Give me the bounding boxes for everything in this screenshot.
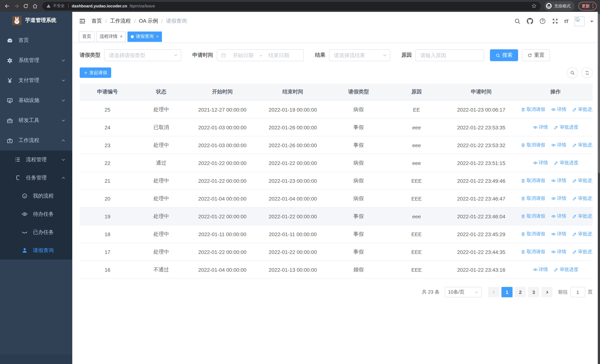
page-size-select[interactable]: 10条/页	[445, 287, 482, 297]
breadcrumb-item[interactable]: OA 示例	[139, 18, 158, 24]
show-search-button[interactable]	[567, 67, 578, 78]
prev-page-button[interactable]	[488, 287, 499, 297]
sidebar-fold-icon[interactable]	[79, 18, 86, 24]
sidebar-item-task-mgmt[interactable]: 任务管理	[0, 169, 72, 187]
detail-link[interactable]: 详情	[533, 266, 548, 273]
leave-type-input[interactable]	[109, 52, 171, 58]
reason-input[interactable]	[420, 52, 479, 58]
approval-progress-link[interactable]: 审批进度	[572, 142, 593, 148]
help-icon[interactable]	[539, 18, 546, 24]
cancel-leave-link[interactable]: 取消请假	[521, 231, 545, 237]
sidebar-item-payment[interactable]: 支付管理	[0, 70, 72, 90]
detail-link[interactable]: 详情	[551, 142, 566, 148]
address-bar[interactable]: 不安全 dashboard.yudao.iocoder.cn/bpm/oa/le…	[42, 2, 541, 10]
breadcrumb-item[interactable]: 首页	[92, 18, 102, 24]
table-row[interactable]: 17 处理中 2022-01-22 00:00:00 2022-01-22 00…	[80, 243, 593, 261]
app-logo[interactable]: 芋道管理系统	[0, 12, 72, 29]
search-icon[interactable]	[514, 18, 521, 24]
browser-reload-icon[interactable]	[22, 2, 29, 10]
approval-progress-link[interactable]: 审批进度	[572, 195, 593, 201]
result-input[interactable]	[334, 52, 380, 58]
table-row[interactable]: 25 处理中 2021-12-27 00:00:00 2022-01-19 00…	[80, 101, 593, 118]
security-label[interactable]: 不安全	[53, 3, 65, 9]
browser-update-button[interactable]: 更新	[578, 2, 597, 10]
tab-process-detail[interactable]: 流程详情 ×	[96, 31, 126, 42]
sidebar-item-workflow[interactable]: 工作流程	[0, 131, 72, 150]
detail-link[interactable]: 详情	[551, 177, 566, 184]
tab-home[interactable]: 首页	[79, 31, 94, 42]
breadcrumb-item[interactable]: 工作流程	[110, 18, 131, 24]
approval-progress-link[interactable]: 审批进度	[572, 249, 593, 255]
detail-link[interactable]: 详情	[551, 195, 566, 201]
table-row[interactable]: 24 已取消 2022-01-03 00:00:00 2022-01-26 00…	[80, 118, 593, 136]
not-secure-warning-icon[interactable]	[46, 4, 51, 8]
browser-forward-icon[interactable]	[13, 2, 20, 10]
sidebar-item-devtools[interactable]: 研发工具	[0, 111, 72, 131]
approval-progress-link[interactable]: 审批进度	[572, 213, 593, 219]
sidebar-item-system[interactable]: 系统管理	[0, 50, 72, 70]
sidebar-item-todo-tasks[interactable]: 待办任务	[0, 205, 72, 223]
reset-button[interactable]: 重置	[522, 49, 550, 61]
page-button-2[interactable]: 2	[515, 287, 526, 297]
approval-progress-link[interactable]: 审批进度	[572, 106, 593, 112]
refresh-table-button[interactable]	[581, 67, 593, 78]
url-path[interactable]: /bpm/oa/leave	[130, 4, 155, 8]
detail-link[interactable]: 详情	[551, 106, 566, 112]
detail-link[interactable]: 详情	[533, 124, 548, 130]
table-row[interactable]: 21 处理中 2022-01-22 00:00:00 2022-01-23 00…	[80, 172, 593, 190]
approval-progress-link[interactable]: 审批进度	[572, 231, 593, 237]
page-button-3[interactable]: 3	[528, 287, 539, 297]
sidebar-item-done-tasks[interactable]: 已办任务	[0, 223, 72, 241]
detail-link[interactable]: 详情	[533, 159, 548, 166]
cancel-leave-link[interactable]: 取消请假	[521, 142, 545, 148]
goto-page-input[interactable]	[570, 287, 585, 297]
detail-link[interactable]: 详情	[551, 231, 566, 237]
cancel-leave-link[interactable]: 取消请假	[521, 106, 545, 112]
font-size-icon[interactable]: tT	[564, 18, 569, 24]
cancel-leave-link[interactable]: 取消请假	[521, 249, 545, 255]
table-row[interactable]: 18 处理中 2022-01-11 00:00:00 2022-01-11 00…	[80, 225, 593, 243]
table-row[interactable]: 19 处理中 2022-01-22 00:00:00 2022-01-22 00…	[80, 207, 593, 225]
table-row[interactable]: 20 处理中 2022-01-04 00:00:00 2022-01-04 00…	[80, 190, 593, 207]
sidebar-item-my-process[interactable]: 我的流程	[0, 187, 72, 205]
approval-progress-link[interactable]: 审批进度	[554, 159, 578, 166]
table-row[interactable]: 16 不通过 2022-01-04 00:00:00 2022-01-13 00…	[80, 261, 593, 279]
browser-back-icon[interactable]	[3, 2, 11, 10]
table-row[interactable]: 23 处理中 2022-01-03 00:00:00 2022-01-26 00…	[80, 136, 593, 154]
sidebar-item-leave-query[interactable]: 请假查询	[0, 241, 72, 260]
detail-link[interactable]: 详情	[551, 213, 566, 219]
reason-field[interactable]	[415, 49, 484, 61]
table-row[interactable]: 22 通过 2022-01-22 00:00:00 2022-01-22 00:…	[80, 154, 593, 172]
create-leave-button[interactable]: 发起请假	[80, 67, 111, 78]
search-button[interactable]: 搜索	[490, 49, 518, 61]
detail-link[interactable]: 详情	[551, 249, 566, 255]
cancel-leave-link[interactable]: 取消请假	[521, 213, 545, 219]
start-date-input[interactable]	[229, 52, 257, 58]
tab-leave-query[interactable]: 请假查询 ×	[128, 31, 162, 42]
close-icon[interactable]: ×	[120, 35, 122, 38]
approval-progress-link[interactable]: 审批进度	[554, 266, 578, 273]
bookmark-star-icon[interactable]	[531, 3, 536, 9]
sidebar-item-infra[interactable]: 基础设施	[0, 90, 72, 111]
page-button-1[interactable]: 1	[501, 287, 513, 297]
browser-menu-icon[interactable]	[592, 4, 593, 8]
url-host[interactable]: dashboard.yudao.iocoder.cn	[72, 4, 127, 8]
scrollbar-thumb[interactable]	[598, 14, 600, 173]
date-range-picker[interactable]: -	[217, 49, 304, 61]
browser-home-icon[interactable]	[31, 2, 38, 10]
update-label[interactable]: 更新	[582, 3, 590, 9]
github-icon[interactable]	[526, 18, 533, 24]
cancel-leave-link[interactable]: 取消请假	[521, 195, 545, 201]
next-page-button[interactable]	[542, 287, 553, 297]
result-select[interactable]	[329, 49, 390, 61]
approval-progress-link[interactable]: 审批进度	[554, 124, 578, 130]
leave-type-select[interactable]	[104, 49, 181, 61]
sidebar-item-home[interactable]: 首页	[0, 30, 72, 50]
fullscreen-icon[interactable]	[552, 18, 558, 24]
avatar-caret-icon[interactable]	[590, 20, 593, 24]
close-icon[interactable]: ×	[156, 35, 159, 38]
approval-progress-link[interactable]: 审批进度	[572, 177, 593, 184]
browser-scrollbar[interactable]	[598, 12, 600, 364]
sidebar-item-process-mgmt[interactable]: 流程管理	[0, 150, 72, 169]
end-date-input[interactable]	[265, 52, 293, 58]
